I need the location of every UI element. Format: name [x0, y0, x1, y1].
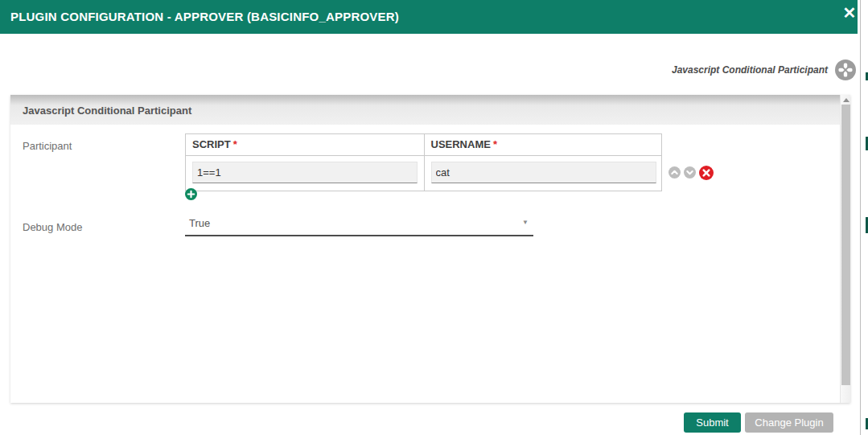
debug-mode-value: True [185, 212, 533, 235]
move-row-down-button[interactable] [684, 166, 696, 179]
participant-grid-row [186, 156, 661, 191]
chevron-down-icon: ▼ [522, 219, 529, 226]
section-header: Javascript Conditional Participant [10, 95, 840, 125]
required-asterisk: * [233, 138, 237, 150]
config-panel-content: Javascript Conditional Participant Parti… [10, 95, 840, 403]
column-header-script: SCRIPT* [186, 134, 424, 155]
debug-mode-label: Debug Mode [23, 221, 82, 233]
participant-grid-header: SCRIPT* USERNAME* [186, 134, 661, 156]
script-input[interactable] [192, 162, 418, 183]
selected-plugin-name: Javascript Conditional Participant [672, 64, 828, 76]
scrollbar-up-arrow-icon[interactable] [843, 98, 849, 102]
row-actions [668, 165, 714, 180]
required-asterisk: * [493, 138, 497, 150]
participant-grid: SCRIPT* USERNAME* [185, 133, 662, 191]
dialog-right-edge [860, 0, 861, 435]
column-label: SCRIPT [192, 138, 231, 150]
participant-label: Participant [23, 140, 72, 152]
change-plugin-button[interactable]: Change Plugin [745, 412, 833, 433]
dialog-title: PLUGIN CONFIGURATION - APPROVER (BASICIN… [0, 0, 858, 34]
submit-button[interactable]: Submit [684, 412, 741, 433]
move-row-up-button[interactable] [668, 166, 681, 179]
close-icon[interactable]: ✕ [839, 2, 860, 24]
scrollbar-thumb[interactable] [841, 105, 850, 385]
plugin-badge-icon [835, 60, 856, 80]
username-cell [424, 156, 662, 191]
column-header-username: USERNAME* [424, 134, 662, 155]
username-input[interactable] [431, 162, 656, 183]
add-row-button[interactable] [185, 188, 197, 200]
config-panel: Javascript Conditional Participant Parti… [10, 95, 850, 403]
debug-mode-select[interactable]: True ▼ [185, 212, 533, 236]
column-label: USERNAME [431, 138, 491, 150]
selected-plugin-row: Javascript Conditional Participant [672, 59, 856, 80]
panel-scrollbar[interactable] [840, 95, 850, 403]
delete-row-button[interactable] [699, 166, 714, 180]
dialog-titlebar: PLUGIN CONFIGURATION - APPROVER (BASICIN… [0, 0, 858, 34]
script-cell [186, 156, 424, 191]
